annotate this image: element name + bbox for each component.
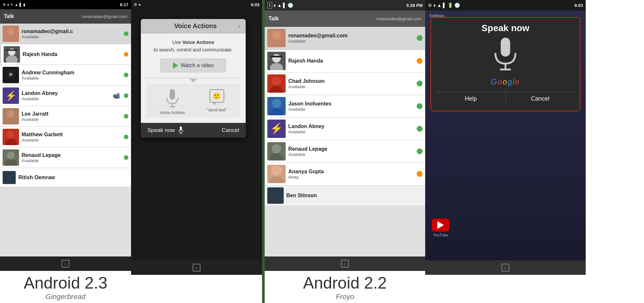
home-bar-4: ⌂ bbox=[425, 260, 586, 275]
android22-talk-screen: ⌇ ♦ ▲ ▌ 🕐 5:28 PM Talk ronamadeo@gmail.c… bbox=[265, 0, 425, 303]
contact-status-6: Available bbox=[22, 158, 121, 163]
speak-buttons: Help Cancel bbox=[436, 92, 575, 105]
svg-point-32 bbox=[272, 54, 281, 63]
contact-item-3-6[interactable]: Ananya Gupta Away bbox=[265, 163, 425, 185]
svg-text:●: ● bbox=[9, 69, 13, 78]
avatar-7 bbox=[3, 171, 16, 184]
svg-rect-34 bbox=[271, 56, 282, 57]
contact-name-2: Andrew Cunningham bbox=[22, 70, 121, 76]
talk-bar-3: Talk ronamadeo@gmail.com bbox=[265, 10, 425, 27]
contact-status-5: Available bbox=[22, 138, 121, 142]
wifi-icon: ▲ bbox=[15, 3, 18, 7]
contact-self-3[interactable]: ronamadeo@gmail.com Available bbox=[265, 27, 425, 49]
usb2-icon: ♦ bbox=[7, 3, 9, 7]
home-icon-4[interactable]: ⌂ bbox=[502, 264, 509, 272]
watch-video-btn[interactable]: Watch a video bbox=[161, 59, 226, 72]
voice-action-item[interactable]: Voice Actions bbox=[160, 89, 185, 115]
avatar-4 bbox=[3, 108, 19, 124]
status-time-3: 5:28 PM bbox=[407, 3, 423, 8]
video-icon-3: 📹 bbox=[113, 92, 120, 99]
status-bar-2: ⚙ ♦ 6:03 bbox=[131, 0, 262, 9]
mic-small-icon bbox=[178, 126, 184, 134]
home-icon-1[interactable]: ⌂ bbox=[62, 260, 69, 268]
status-time-4: 6:03 bbox=[575, 3, 583, 8]
contact-status-3-6: Away bbox=[288, 175, 414, 180]
status-dot-self-1 bbox=[124, 31, 128, 36]
svg-point-19 bbox=[7, 151, 15, 159]
svg-rect-49 bbox=[267, 187, 284, 204]
contact-item-6[interactable]: Renaud Lepage Available bbox=[0, 147, 131, 168]
contact-name-3-3: Jason Inofuentes bbox=[288, 101, 414, 107]
android23-voice-screen: ⚙ ♦ 6:03 Voice Actions › bbox=[131, 0, 262, 303]
contact-item-7[interactable]: Ritish Oemraw bbox=[0, 168, 131, 187]
android23-talk-screen: ⚙ ♦ ↻ ▲ ▌ ▮ 9:17 Talk ronamadeo@gmail.co… bbox=[0, 0, 131, 303]
mic-icon bbox=[164, 89, 180, 109]
status-time-1: 9:17 bbox=[120, 2, 128, 7]
contact-name-3: Landon Abney bbox=[22, 90, 110, 96]
e-letter: e bbox=[515, 77, 520, 86]
contact-item-3[interactable]: ⚡ Landon Abney Available 📹 bbox=[0, 85, 131, 106]
sync-icon: ↻ bbox=[10, 3, 13, 7]
status-dot-3-3 bbox=[417, 103, 423, 109]
youtube-container[interactable]: YouTube bbox=[432, 218, 449, 237]
battery-icon: ▮ bbox=[23, 3, 25, 7]
contact-item-3-5[interactable]: Renaud Lepage Available bbox=[265, 140, 425, 163]
svg-point-29 bbox=[272, 31, 281, 40]
caption-main-22: Android 2.2 bbox=[265, 274, 425, 293]
contact-item-4[interactable]: Lee Jarratt Available bbox=[0, 106, 131, 127]
home-icon-2[interactable]: ⌂ bbox=[193, 264, 200, 272]
youtube-icon bbox=[432, 218, 449, 232]
watch-video-label: Watch a video bbox=[181, 63, 214, 68]
contact-item-5[interactable]: Matthew Garbett Available bbox=[0, 127, 131, 147]
contact-item-3-4[interactable]: ⚡ Landon Abney Available bbox=[265, 118, 425, 140]
contact-item-1[interactable]: Rajesh Handa bbox=[0, 44, 131, 65]
contact-item-3-7[interactable]: Ben Stinson bbox=[265, 185, 425, 206]
svg-point-44 bbox=[272, 144, 281, 153]
contact-info-self-3: ronamadeo@gmail.com Available bbox=[288, 33, 414, 44]
contact-info-3-6: Ananya Gupta Away bbox=[288, 169, 414, 180]
cancel-label[interactable]: Cancel bbox=[222, 127, 239, 134]
status-dot-6 bbox=[124, 155, 128, 160]
contact-item-2[interactable]: ● Andrew Cunningham Available bbox=[0, 65, 131, 85]
voice-dialog: Voice Actions › Use Voice Actionsto sear… bbox=[141, 19, 246, 138]
avatar-self-3 bbox=[267, 29, 286, 47]
contact-item-3-3[interactable]: Jason Inofuentes Available bbox=[265, 95, 425, 118]
svg-point-39 bbox=[272, 99, 281, 108]
svg-point-16 bbox=[7, 131, 15, 139]
status-bar-3: ⌇ ♦ ▲ ▌ 🕐 5:28 PM bbox=[265, 0, 425, 10]
dialog-actions-row: Voice Actions 🙂 "send text" bbox=[146, 84, 240, 118]
send-text-item[interactable]: 🙂 "send text" bbox=[207, 89, 227, 115]
contact-item-3-1[interactable]: Rajesh Handa bbox=[265, 49, 425, 72]
youtube-label: YouTube bbox=[433, 233, 448, 237]
usb-icon-3: ⌇ bbox=[267, 2, 272, 9]
chat-icon: 🙂 bbox=[209, 89, 224, 103]
android-icon-3: ♦ bbox=[274, 3, 276, 8]
contact-info-self-1: ronamadeo@gmail.c Available bbox=[22, 28, 121, 39]
avatar-3: ⚡ bbox=[3, 87, 19, 104]
separator-area bbox=[146, 78, 240, 84]
contact-item-3-2[interactable]: Chad Johnson Available bbox=[265, 72, 425, 95]
contact-self-1[interactable]: ronamadeo@gmail.c Available bbox=[0, 24, 131, 44]
wifi-icon-3: ▲ bbox=[277, 3, 282, 8]
contact-info-1: Rajesh Handa bbox=[23, 51, 121, 57]
contact-info-3-5: Renaud Lepage Available bbox=[288, 146, 414, 157]
svg-text:⚡: ⚡ bbox=[270, 122, 283, 135]
help-button[interactable]: Help bbox=[436, 92, 506, 105]
battery-icon-4: 🔋 bbox=[447, 3, 453, 8]
avatar-6 bbox=[3, 149, 19, 166]
contact-list-1: ronamadeo@gmail.c Available Rajesh Handa… bbox=[0, 24, 131, 256]
avatar-3-5 bbox=[267, 142, 286, 161]
caption-space-4 bbox=[425, 275, 586, 303]
g-letter: G bbox=[491, 77, 498, 86]
cancel-button[interactable]: Cancel bbox=[506, 92, 575, 105]
avatar-1 bbox=[4, 46, 20, 63]
svg-rect-21 bbox=[3, 171, 16, 184]
status-icons-left-2: ⚙ ♦ bbox=[134, 2, 141, 7]
usb-icon-4: ⚙ bbox=[428, 3, 432, 8]
contact-info-4: Lee Jarratt Available bbox=[22, 111, 121, 122]
contact-list-3: ronamadeo@gmail.com Available Rajesh Han… bbox=[265, 27, 425, 256]
status-dot-3-5 bbox=[417, 148, 423, 154]
status-time-2: 6:03 bbox=[251, 2, 259, 7]
home-icon-3[interactable]: ⌂ bbox=[341, 260, 349, 268]
speak-now-label: Speak now bbox=[147, 127, 175, 134]
